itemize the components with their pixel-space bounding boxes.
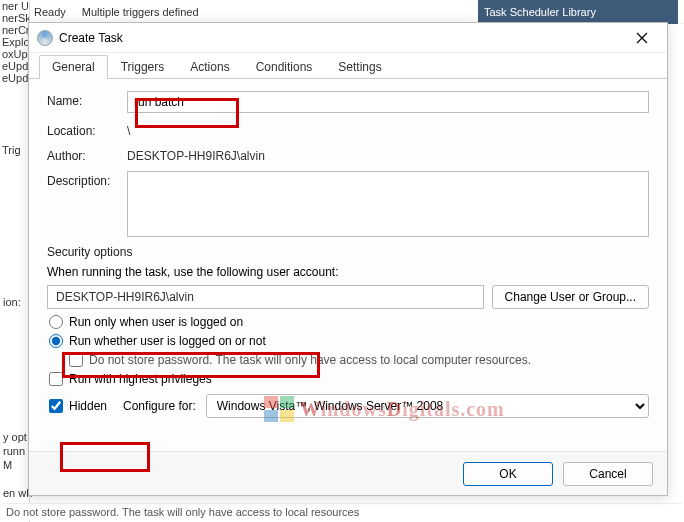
checkbox-highest-priv-label: Run with highest privileges <box>69 372 212 386</box>
close-icon <box>636 32 648 44</box>
background-footer-note: Do not store password. The task will onl… <box>2 503 682 520</box>
author-value: DESKTOP-HH9IR6J\alvin <box>127 146 265 163</box>
name-label: Name: <box>47 91 127 108</box>
close-button[interactable] <box>625 27 659 49</box>
titlebar: Create Task <box>29 23 667 53</box>
task-scheduler-icon <box>37 30 53 46</box>
tab-general[interactable]: General <box>39 55 108 79</box>
tab-strip: General Triggers Actions Conditions Sett… <box>29 53 667 79</box>
tab-body-general: Name: Location: \ Author: DESKTOP-HH9IR6… <box>29 79 667 451</box>
run-as-text: When running the task, use the following… <box>47 265 649 279</box>
tab-actions[interactable]: Actions <box>177 55 242 78</box>
dialog-title: Create Task <box>59 31 123 45</box>
radio-run-whether-row[interactable]: Run whether user is logged on or not <box>47 334 649 348</box>
radio-run-logged-on-row[interactable]: Run only when user is logged on <box>47 315 649 329</box>
description-input[interactable] <box>127 171 649 237</box>
checkbox-highest-priv[interactable] <box>49 372 63 386</box>
checkbox-no-store-pw-row[interactable]: Do not store password. The task will onl… <box>67 353 649 367</box>
author-label: Author: <box>47 146 127 163</box>
security-options-header: Security options <box>47 245 649 259</box>
radio-run-whether-label: Run whether user is logged on or not <box>69 334 266 348</box>
create-task-dialog: Create Task General Triggers Actions Con… <box>28 22 668 496</box>
dialog-footer: OK Cancel <box>29 451 667 495</box>
checkbox-highest-priv-row[interactable]: Run with highest privileges <box>47 372 649 386</box>
cancel-button[interactable]: Cancel <box>563 462 653 486</box>
description-label: Description: <box>47 171 127 188</box>
bg-label: ion: <box>0 295 30 309</box>
name-input[interactable] <box>127 91 649 113</box>
user-account-display: DESKTOP-HH9IR6J\alvin <box>47 285 484 309</box>
checkbox-hidden[interactable] <box>49 399 63 413</box>
checkbox-no-store-pw[interactable] <box>69 353 83 367</box>
checkbox-no-store-pw-label: Do not store password. The task will onl… <box>89 353 531 367</box>
tab-conditions[interactable]: Conditions <box>243 55 326 78</box>
tab-settings[interactable]: Settings <box>325 55 394 78</box>
location-value: \ <box>127 121 130 138</box>
background-library-header: Task Scheduler Library <box>478 0 678 24</box>
ok-button[interactable]: OK <box>463 462 553 486</box>
configure-for-select[interactable]: Windows Vista™, Windows Server™ 2008 <box>206 394 649 418</box>
checkbox-hidden-row[interactable]: Hidden <box>47 399 107 413</box>
radio-run-logged-on[interactable] <box>49 315 63 329</box>
location-label: Location: <box>47 121 127 138</box>
change-user-button[interactable]: Change User or Group... <box>492 285 649 309</box>
radio-run-logged-on-label: Run only when user is logged on <box>69 315 243 329</box>
radio-run-whether[interactable] <box>49 334 63 348</box>
tab-triggers[interactable]: Triggers <box>108 55 178 78</box>
configure-for-label: Configure for: <box>123 399 196 413</box>
checkbox-hidden-label: Hidden <box>69 399 107 413</box>
